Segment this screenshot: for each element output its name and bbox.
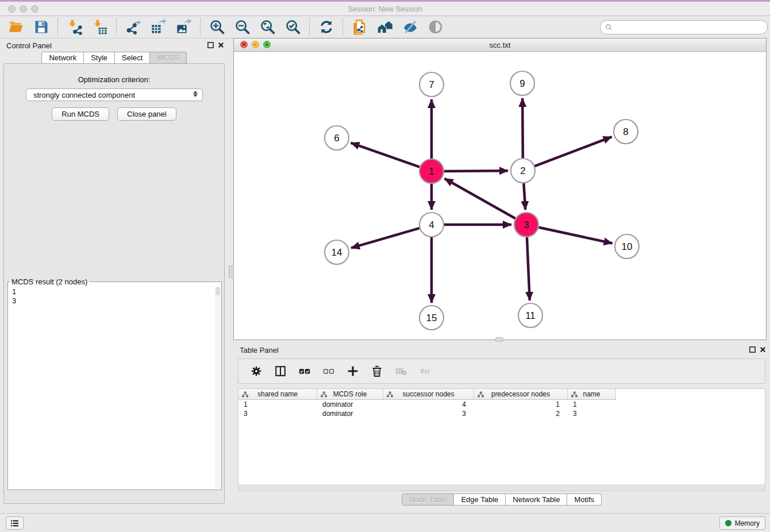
edge-4-14[interactable] — [351, 228, 419, 248]
edge-1-2[interactable] — [444, 171, 508, 171]
hierarchy-icon — [241, 391, 249, 398]
clone-network-button[interactable] — [351, 18, 369, 36]
edge-3-10[interactable] — [539, 228, 613, 244]
table-cell: 3 — [238, 409, 317, 418]
node-15[interactable]: 15 — [419, 306, 444, 330]
result-scrollbar[interactable] — [215, 286, 221, 489]
delete-selected-button[interactable] — [369, 364, 384, 379]
tab-node-table[interactable]: Node Table — [402, 494, 455, 506]
float-panel-icon[interactable] — [207, 41, 214, 49]
node-3[interactable]: 3 — [514, 213, 538, 237]
node-1[interactable]: 1 — [419, 159, 444, 183]
column-label: MCDS role — [333, 390, 367, 398]
export-table-button[interactable] — [149, 18, 168, 36]
column-label: successor nodes — [402, 390, 454, 398]
export-table-icon — [151, 19, 167, 35]
edge-3-11[interactable] — [527, 237, 530, 300]
criterion-dropdown[interactable]: strongly connected component — [26, 88, 203, 101]
close-panel-icon[interactable] — [759, 346, 767, 353]
mcds-result-line: 3 — [12, 296, 221, 306]
table-panel: Table Panel f(x) — [233, 342, 770, 511]
node-6[interactable]: 6 — [325, 126, 349, 150]
toolbar-separator — [57, 18, 59, 36]
close-panel-icon[interactable] — [217, 41, 225, 49]
zoom-out-button[interactable] — [233, 18, 252, 36]
refresh-view-button[interactable] — [317, 18, 336, 36]
table-row[interactable]: 1dominator411 — [238, 400, 765, 409]
column-label: predecessor nodes — [491, 390, 550, 398]
column-header-MCDS-role[interactable]: MCDS role — [317, 389, 383, 400]
network-graph[interactable]: 7968124314101511 — [234, 51, 766, 340]
column-header-name[interactable]: name — [568, 389, 616, 400]
column-header-successor-nodes[interactable]: successor nodes — [383, 389, 474, 400]
svg-text:1: 1 — [429, 166, 434, 177]
zoom-selected-button[interactable] — [284, 18, 302, 36]
column-header-shared-name[interactable]: shared name — [238, 389, 317, 400]
panel-divider-grip[interactable] — [229, 265, 234, 278]
node-9[interactable]: 9 — [510, 71, 534, 95]
tab-select[interactable]: Select — [115, 52, 150, 64]
select-all-button[interactable] — [297, 364, 312, 379]
toggle-column-panel-button[interactable] — [273, 364, 288, 379]
columns-icon — [274, 365, 287, 377]
toolbar-separator — [116, 18, 117, 36]
tab-mcds[interactable]: MCDS — [150, 52, 186, 64]
node-4[interactable]: 4 — [419, 213, 444, 237]
svg-text:7: 7 — [429, 79, 434, 90]
tab-network[interactable]: Network — [41, 52, 84, 64]
node-8[interactable]: 8 — [614, 119, 638, 144]
node-10[interactable]: 10 — [615, 234, 639, 259]
table-cell: 3 — [568, 409, 616, 418]
main-toolbar — [0, 16, 770, 38]
tab-motifs[interactable]: Motifs — [567, 494, 602, 506]
deselect-all-button[interactable] — [321, 364, 336, 379]
hide-graphics-details-button[interactable] — [401, 18, 419, 36]
node-14[interactable]: 14 — [325, 240, 349, 264]
export-network-icon — [125, 19, 141, 35]
mcds-result-list[interactable]: 13 — [8, 286, 221, 489]
mcds-result-title: MCDS result (2 nodes) — [10, 277, 89, 286]
table-settings-button[interactable] — [249, 364, 264, 379]
float-panel-icon[interactable] — [749, 346, 756, 353]
tab-network-table[interactable]: Network Table — [506, 494, 567, 506]
edge-2-9[interactable] — [522, 98, 523, 158]
tab-edge-table[interactable]: Edge Table — [454, 494, 506, 506]
node-2[interactable]: 2 — [511, 159, 535, 183]
memory-button[interactable]: Memory — [719, 516, 765, 530]
zoom-fit-icon — [260, 19, 276, 35]
table-row[interactable]: 3dominator323 — [238, 409, 765, 418]
table-scrollbar[interactable] — [238, 484, 765, 491]
open-session-button[interactable] — [7, 18, 25, 36]
edge-3-1[interactable] — [445, 179, 515, 218]
optimization-criterion-label: Optimization criterion: — [4, 75, 224, 84]
import-table-button[interactable] — [91, 18, 109, 36]
edge-2-3[interactable] — [523, 183, 525, 210]
table-cell: 1 — [238, 400, 317, 409]
search-input[interactable] — [615, 22, 767, 33]
panel-divider-grip[interactable] — [495, 337, 503, 342]
edge-1-6[interactable] — [351, 143, 420, 167]
unchecked-boxes-icon — [322, 365, 335, 377]
edge-2-8[interactable] — [535, 137, 612, 166]
apply-preferred-layout-button[interactable] — [376, 18, 394, 36]
add-row-button[interactable] — [345, 364, 360, 379]
export-network-button[interactable] — [124, 18, 143, 36]
function-builder-button[interactable]: f(x) — [418, 364, 441, 379]
zoom-in-button[interactable] — [208, 18, 226, 36]
import-network-button[interactable] — [66, 18, 84, 36]
task-history-button[interactable] — [6, 516, 24, 530]
delete-table-icon — [395, 365, 407, 377]
node-7[interactable]: 7 — [419, 72, 444, 97]
close-panel-button[interactable]: Close panel — [117, 107, 176, 121]
export-image-button[interactable] — [175, 18, 193, 36]
zoom-fit-button[interactable] — [259, 18, 277, 36]
bird-eye-view-button[interactable] — [426, 18, 445, 36]
run-mcds-button[interactable]: Run MCDS — [52, 107, 109, 121]
node-11[interactable]: 11 — [518, 303, 542, 327]
tab-style[interactable]: Style — [84, 52, 115, 64]
delete-table-button[interactable] — [394, 364, 409, 379]
plus-icon — [346, 365, 359, 377]
save-session-button[interactable] — [32, 18, 51, 36]
memory-status-icon — [725, 520, 732, 526]
column-header-predecessor-nodes[interactable]: predecessor nodes — [474, 389, 568, 400]
